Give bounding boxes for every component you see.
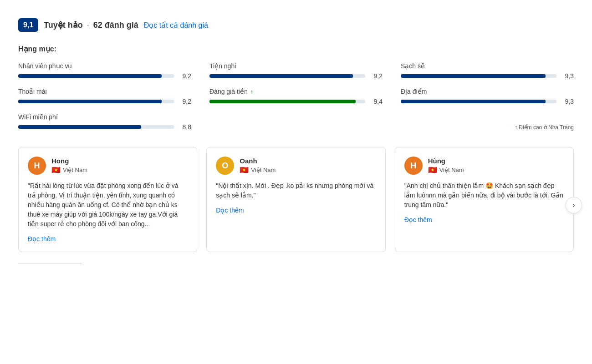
overall-label: Tuyệt hảo · 62 đánh giá: [44, 20, 138, 30]
next-reviews-button[interactable]: ›: [566, 197, 582, 213]
review-text-oanh: "Nội thất xịn. Mới . Đẹp .ko pải ks nhưn…: [216, 181, 376, 200]
categories-title: Hạng mục:: [18, 45, 574, 53]
category-wifi: WiFi miễn phí 8,8: [18, 113, 191, 131]
category-staff: Nhân viên phục vụ 9,2: [18, 62, 191, 80]
review-card-oanh: O Oanh 🇻🇳 Việt Nam "Nội thất xịn. Mới . …: [206, 147, 385, 252]
reviewer-header-hung: H Hùng 🇻🇳 Việt Nam: [404, 157, 564, 175]
location-note-cell: ↑ Điểm cao ở Nha Trang: [401, 113, 574, 131]
avatar-hong: H: [28, 157, 46, 175]
category-amenities: Tiện nghi 9,2: [209, 62, 383, 80]
bar-track-amenities: [209, 74, 365, 78]
bar-fill-location: [401, 100, 546, 103]
bar-fill-cleanliness: [401, 74, 546, 78]
bar-fill-staff: [18, 74, 162, 78]
categories-grid: Nhân viên phục vụ 9,2 Tiện nghi 9,2: [18, 62, 574, 131]
value-up-arrow-icon: ↑: [250, 88, 254, 95]
bar-fill-comfort: [18, 100, 162, 103]
reviewer-header-hong: H Hong 🇻🇳 Việt Nam: [28, 157, 188, 175]
read-more-hung[interactable]: Đọc thêm: [404, 216, 432, 223]
section-divider: [18, 263, 82, 263]
reviewer-country-oanh: 🇻🇳 Việt Nam: [240, 166, 276, 174]
review-text-hong: "Rất hài lòng từ lúc vừa đặt phòng xong …: [28, 181, 188, 229]
reviewer-header-oanh: O Oanh 🇻🇳 Việt Nam: [216, 157, 376, 175]
reviewer-name-hung: Hùng: [428, 157, 464, 165]
read-more-oanh[interactable]: Đọc thêm: [216, 207, 244, 214]
bar-track-cleanliness: [401, 74, 556, 78]
bar-fill-wifi: [18, 125, 141, 129]
avatar-hung: H: [404, 157, 423, 175]
empty-cell: [209, 113, 383, 131]
overall-score-badge: 9,1: [18, 18, 38, 32]
bar-fill-value: [209, 100, 356, 103]
categories-section: Hạng mục: Nhân viên phục vụ 9,2 Tiện ngh…: [18, 45, 574, 131]
location-note: ↑ Điểm cao ở Nha Trang: [515, 124, 574, 131]
review-text-hung: "Anh chị chủ thân thiện lắm 🤩 Khách sạn …: [404, 181, 564, 210]
reviewer-country-hung: 🇻🇳 Việt Nam: [428, 166, 464, 174]
reviews-grid: H Hong 🇻🇳 Việt Nam "Rất hài lòng từ lúc …: [18, 147, 574, 252]
bar-track-comfort: [18, 100, 174, 103]
category-comfort: Thoải mái 9,2: [18, 88, 191, 105]
flag-icon-hung: 🇻🇳: [428, 166, 437, 174]
read-all-reviews-link[interactable]: Đọc tất cả đánh giá: [144, 21, 208, 30]
read-more-hong[interactable]: Đọc thêm: [28, 235, 56, 243]
bar-track-staff: [18, 74, 174, 78]
review-card-hung: H Hùng 🇻🇳 Việt Nam "Anh chị chủ thân thi…: [395, 147, 574, 252]
bar-track-value: [209, 100, 365, 103]
bar-track-wifi: [18, 125, 174, 129]
review-header: 9,1 Tuyệt hảo · 62 đánh giá Đọc tất cả đ…: [18, 18, 574, 32]
reviews-section: H Hong 🇻🇳 Việt Nam "Rất hài lòng từ lúc …: [18, 147, 574, 263]
category-cleanliness: Sạch sẽ 9,3: [401, 62, 574, 80]
location-up-arrow-icon: ↑: [515, 124, 517, 131]
bar-track-location: [401, 100, 556, 103]
reviewer-name-hong: Hong: [51, 157, 87, 165]
reviewer-country-hong: 🇻🇳 Việt Nam: [51, 166, 87, 174]
flag-icon-oanh: 🇻🇳: [240, 166, 249, 174]
category-location: Địa điểm 9,3: [401, 88, 574, 105]
flag-icon-hong: 🇻🇳: [51, 166, 61, 174]
category-value: Đáng giá tiền ↑ 9,4: [209, 88, 383, 105]
avatar-oanh: O: [216, 157, 234, 175]
bar-fill-amenities: [209, 74, 353, 78]
review-card-hong: H Hong 🇻🇳 Việt Nam "Rất hài lòng từ lúc …: [18, 147, 197, 252]
reviewer-name-oanh: Oanh: [240, 157, 276, 165]
